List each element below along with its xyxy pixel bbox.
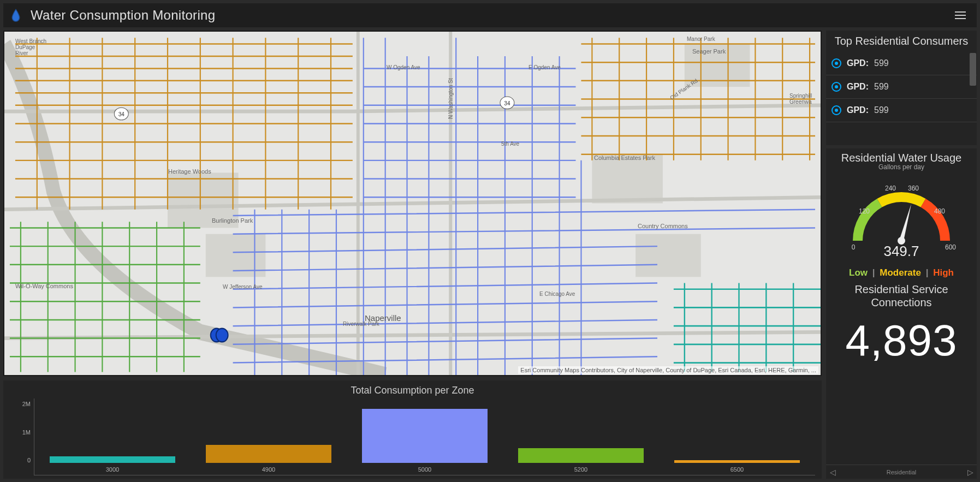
svg-text:360: 360 [908,185,919,192]
map-canvas[interactable]: 34 34 [4,32,821,375]
map-park-label: Seager Park [692,48,726,55]
gpd-label: GPD: [847,58,869,68]
svg-rect-5 [635,234,701,277]
svg-text:480: 480 [934,207,945,215]
map-road-label: E Ogden Ave [528,64,561,70]
svg-rect-4 [592,154,663,204]
top-consumers-title: Top Residential Consumers [826,31,977,52]
chart-title: Total Consumption per Zone [3,380,822,398]
bar-category-label: 6500 [730,463,744,475]
gauge-subtitle: Gallons per day [826,163,977,171]
bar[interactable] [206,445,331,463]
bar-slot: 3000 [34,398,191,475]
bar-category-label: 3000 [106,463,119,475]
bar[interactable] [50,456,175,463]
map-road-label: 5th Ave [501,141,519,147]
tab-next-icon[interactable]: ▷ [964,468,977,477]
tab-prev-icon[interactable]: ◁ [826,468,839,477]
consumer-list[interactable]: GPD: 599GPD: 599GPD: 599 [826,52,977,145]
panel-tab-bar: ◁ Residential ▷ [826,465,977,479]
bar-slot: 6500 [659,398,815,475]
svg-text:34: 34 [504,99,510,106]
gauge-legend: Low | Moderate | High [826,260,977,283]
menu-icon[interactable] [952,8,969,22]
bar-category-label: 5000 [418,463,431,475]
usage-gauge-panel: Residential Water Usage Gallons per day … [826,148,977,479]
map-park-label: Burlington Park [212,217,253,224]
chart-y-axis: 2M 1M 0 [10,398,34,475]
body: 34 34 Naperville Heritage Woods Burlingt… [3,31,977,479]
map-park-label: Riverwalk Park [343,321,379,327]
chart-area: 2M 1M 0 30004900500052006500 [3,398,822,479]
connections-value: 4,893 [826,309,977,367]
y-tick: 1M [22,429,31,436]
map-park-label: Heritage Woods [168,168,211,175]
bar-category-label: 5200 [574,463,587,475]
bar[interactable] [362,409,488,463]
map-road-label: E Chicago Ave [539,291,575,297]
map-river-label: West Branch DuPage River [15,38,48,56]
y-tick: 0 [27,457,31,463]
chart-bars[interactable]: 30004900500052006500 [34,398,815,475]
right-column: Top Residential Consumers GPD: 599GPD: 5… [826,31,977,479]
app-header: Water Consumption Monitoring [3,3,977,27]
bar[interactable] [518,448,644,463]
bar-slot: 5000 [347,398,503,475]
connections-title: Residential Service Connections [826,283,977,309]
app-root: Water Consumption Monitoring [0,0,980,482]
gpd-value: 599 [874,82,889,92]
locate-icon[interactable] [831,105,841,115]
legend-low: Low [849,267,868,278]
scrollbar-thumb[interactable] [970,53,976,86]
gauge-value: 349.7 [826,243,977,260]
bar-slot: 4900 [191,398,347,475]
map-park-label: Manor Park [687,36,715,42]
left-column: 34 34 Naperville Heritage Woods Burlingt… [3,31,822,479]
consumer-item[interactable]: GPD: 599 [826,52,977,75]
map-panel[interactable]: 34 34 Naperville Heritage Woods Burlingt… [3,31,822,376]
map-park-label: Columbia Estates Park [594,154,655,161]
locate-icon[interactable] [831,82,841,92]
svg-point-11 [216,329,228,342]
map-park-label: Country Commons [638,223,688,229]
y-tick: 2M [22,401,31,407]
bar-slot: 5200 [503,398,659,475]
legend-moderate: Moderate [880,267,921,278]
svg-marker-18 [899,203,913,241]
legend-high: High [933,267,954,278]
map-road-label: N Washington St [448,78,454,119]
gpd-value: 599 [874,105,889,115]
tab-label[interactable]: Residential [839,469,964,475]
chart-panel: Total Consumption per Zone 2M 1M 0 30004… [3,380,822,479]
water-drop-icon [11,9,21,22]
map-park-label: Wil-O-Way Commons [15,283,73,289]
top-consumers-panel: Top Residential Consumers GPD: 599GPD: 5… [826,31,977,145]
gpd-label: GPD: [847,82,869,92]
map-park-label: Springhill Greenwa [789,93,819,105]
svg-text:34: 34 [118,110,124,117]
map-road-label: W Ogden Ave [387,64,420,70]
bar-category-label: 4900 [262,463,275,475]
map-road-label: W Jefferson Ave [223,284,262,290]
consumer-item[interactable]: GPD: 599 [826,99,977,122]
gpd-value: 599 [874,58,889,68]
consumer-item[interactable]: GPD: 599 [826,75,977,99]
svg-text:120: 120 [859,207,870,215]
locate-icon[interactable] [831,58,841,68]
gauge-title: Residential Water Usage [826,148,977,164]
svg-text:240: 240 [885,185,896,192]
gpd-label: GPD: [847,105,869,115]
map-attribution: Esri Community Maps Contributors, City o… [518,366,818,374]
app-title: Water Consumption Monitoring [31,8,952,23]
hwy-shield: 34 [114,108,128,120]
